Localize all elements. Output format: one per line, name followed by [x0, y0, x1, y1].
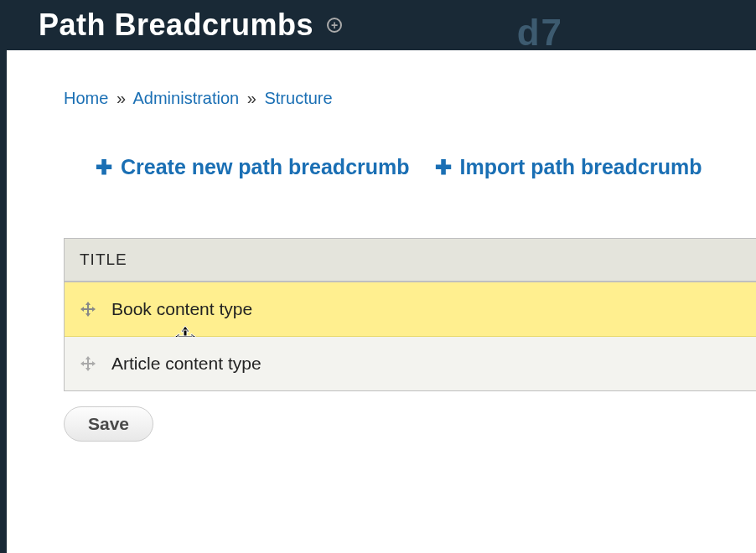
svg-rect-17: [83, 363, 93, 364]
create-breadcrumb-link[interactable]: ✚ Create new path breadcrumb: [96, 155, 410, 179]
page-header: Path Breadcrumbs + d7: [0, 0, 756, 50]
svg-rect-5: [83, 308, 93, 310]
breadcrumb-separator: »: [247, 89, 256, 107]
breadcrumb: Home » Administration » Structure: [64, 89, 756, 108]
create-label: Create new path breadcrumb: [121, 155, 410, 179]
breadcrumb-separator: »: [117, 89, 126, 107]
breadcrumb-administration[interactable]: Administration: [133, 89, 240, 107]
breadcrumb-structure[interactable]: Structure: [264, 89, 332, 107]
drag-handle-icon[interactable]: [80, 355, 96, 372]
add-shortcut-icon[interactable]: +: [327, 18, 342, 33]
action-links: ✚ Create new path breadcrumb ✚ Import pa…: [96, 155, 756, 179]
breadcrumb-home[interactable]: Home: [64, 89, 108, 107]
breadcrumbs-table: TITLE Book content type: [64, 238, 756, 391]
table-header-title: TITLE: [65, 239, 756, 282]
svg-marker-6: [181, 326, 189, 332]
background-logo: d7: [517, 12, 563, 54]
import-label: Import path breadcrumb: [460, 155, 702, 179]
table-row[interactable]: Book content type: [65, 282, 756, 337]
save-button[interactable]: Save: [64, 406, 153, 442]
plus-icon: ✚: [96, 156, 112, 179]
plus-icon: ✚: [435, 156, 452, 179]
page-title: Path Breadcrumbs: [39, 8, 313, 43]
overlay-panel: Home » Administration » Structure ✚ Crea…: [7, 50, 756, 553]
table-row[interactable]: Article content type: [65, 337, 756, 390]
row-title: Book content type: [111, 299, 252, 319]
import-breadcrumb-link[interactable]: ✚ Import path breadcrumb: [435, 155, 702, 179]
drag-handle-icon[interactable]: [80, 301, 96, 318]
row-title: Article content type: [111, 354, 261, 374]
